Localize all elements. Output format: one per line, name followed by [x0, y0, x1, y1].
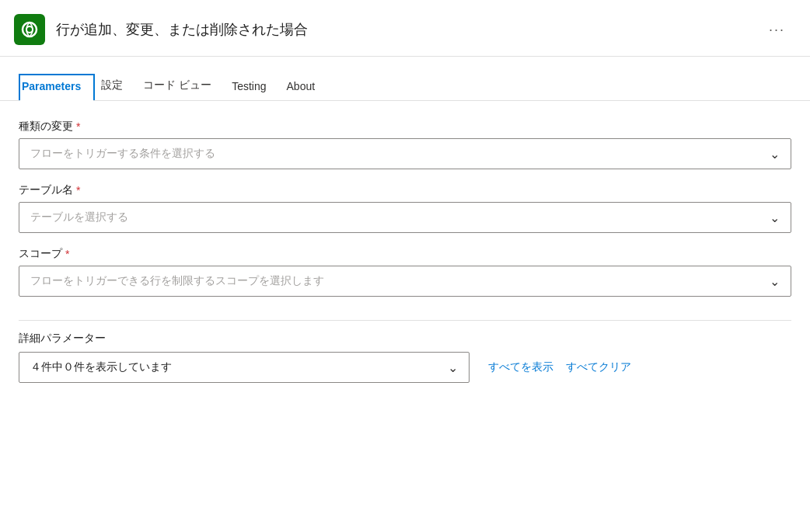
tab-about[interactable]: About: [284, 74, 330, 100]
scope-required: *: [65, 248, 69, 260]
svg-point-1: [26, 26, 33, 33]
scope-placeholder: フローをトリガーできる行を制限するスコープを選択します: [30, 274, 324, 288]
advanced-parameters-row: ４件中０件を表示しています ⌄ すべてを表示 すべてクリア: [19, 352, 791, 383]
app-icon: [14, 14, 45, 45]
table-name-required: *: [76, 184, 80, 196]
tabs-bar: Parameters 設定 コード ビュー Testing About: [0, 57, 810, 101]
header-title: 行が追加、変更、または削除された場合: [56, 20, 308, 39]
show-all-button[interactable]: すべてを表示: [488, 360, 553, 374]
table-name-chevron-icon: ⌄: [770, 210, 780, 225]
tab-parameters[interactable]: Parameters: [19, 74, 95, 100]
advanced-dropdown-text: ４件中０件を表示しています: [30, 360, 172, 374]
table-name-label: テーブル名 *: [19, 183, 791, 197]
advanced-dropdown[interactable]: ４件中０件を表示しています ⌄: [19, 352, 470, 383]
svg-point-0: [23, 23, 37, 37]
table-name-dropdown[interactable]: テーブルを選択する ⌄: [19, 202, 791, 233]
advanced-parameters-label: 詳細パラメーター: [19, 332, 791, 346]
tab-settings[interactable]: 設定: [98, 72, 137, 100]
table-name-field-group: テーブル名 * テーブルを選択する ⌄: [19, 183, 791, 233]
change-type-placeholder: フローをトリガーする条件を選択する: [30, 147, 215, 161]
main-container: 行が追加、変更、または削除された場合 ··· Parameters 設定 コード…: [0, 0, 810, 532]
change-type-dropdown[interactable]: フローをトリガーする条件を選択する ⌄: [19, 138, 791, 169]
more-menu-button[interactable]: ···: [763, 19, 791, 41]
header-left: 行が追加、変更、または削除された場合: [14, 14, 308, 45]
change-type-required: *: [76, 120, 80, 133]
clear-all-button[interactable]: すべてクリア: [566, 360, 631, 374]
table-name-placeholder: テーブルを選択する: [30, 210, 128, 224]
app-icon-svg: [19, 19, 40, 40]
header: 行が追加、変更、または削除された場合 ···: [0, 0, 810, 57]
change-type-label: 種類の変更 *: [19, 120, 791, 134]
scope-dropdown[interactable]: フローをトリガーできる行を制限するスコープを選択します ⌄: [19, 266, 791, 297]
change-type-field-group: 種類の変更 * フローをトリガーする条件を選択する ⌄: [19, 120, 791, 169]
content-area: 種類の変更 * フローをトリガーする条件を選択する ⌄ テーブル名 * テーブル…: [0, 101, 810, 402]
advanced-parameters-section: 詳細パラメーター ４件中０件を表示しています ⌄ すべてを表示 すべてクリア: [19, 320, 791, 383]
scope-chevron-icon: ⌄: [770, 274, 780, 289]
scope-label: スコープ *: [19, 247, 791, 261]
tab-testing[interactable]: Testing: [229, 74, 280, 100]
advanced-actions: すべてを表示 すべてクリア: [488, 360, 631, 374]
change-type-chevron-icon: ⌄: [770, 147, 780, 162]
tab-code-view[interactable]: コード ビュー: [140, 72, 225, 100]
scope-field-group: スコープ * フローをトリガーできる行を制限するスコープを選択します ⌄: [19, 247, 791, 297]
advanced-chevron-icon: ⌄: [448, 360, 458, 375]
